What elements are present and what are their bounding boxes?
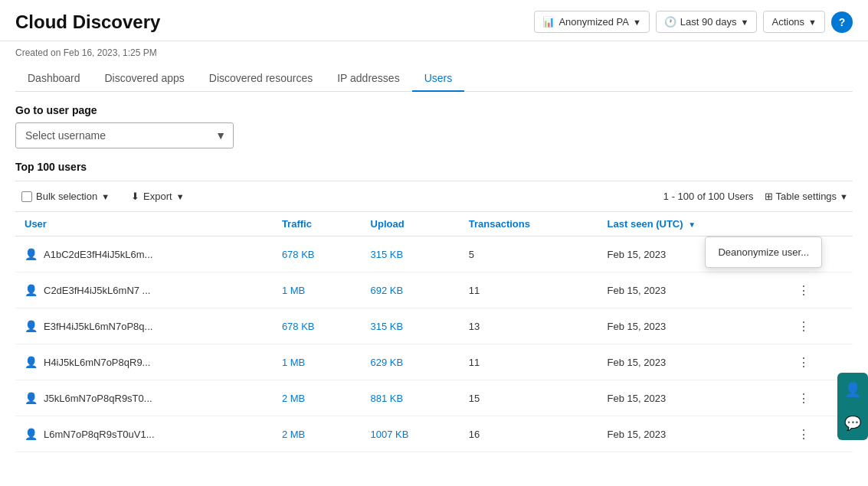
sort-desc-icon: ▼ (688, 220, 696, 229)
tab-discovered-resources[interactable]: Discovered resources (197, 66, 325, 92)
upload-cell: 315 KB (362, 308, 460, 344)
section-title: Top 100 users (15, 161, 853, 173)
side-panel: 👤 💬 (837, 373, 868, 440)
transactions-cell: 5 (460, 236, 598, 272)
upload-cell: 881 KB (362, 380, 460, 416)
last-seen-cell: Feb 15, 2023 (598, 308, 784, 344)
upload-cell: 1007 KB (362, 416, 460, 452)
transactions-cell: 15 (460, 380, 598, 416)
col-last-seen[interactable]: Last seen (UTC) ▼ (598, 212, 784, 236)
row-actions-cell: ⋮ (784, 272, 853, 308)
chevron-down-icon: ▼ (176, 192, 185, 201)
col-upload: Upload (362, 212, 460, 236)
user-name: C2dE3fH4iJ5kL6mN7 ... (44, 285, 150, 296)
last-seen-cell: Feb 15, 2023 (598, 380, 784, 416)
traffic-cell: 2 MB (273, 380, 362, 416)
chevron-down-icon: ▼ (840, 192, 848, 201)
tab-discovered-apps[interactable]: Discovered apps (93, 66, 197, 92)
more-actions-button[interactable]: ⋮ (793, 279, 814, 301)
table-header-row: User Traffic Upload Transactions Last se… (15, 212, 853, 236)
tabs: Dashboard Discovered apps Discovered res… (15, 66, 853, 92)
last-seen-cell: Feb 15, 2023 (598, 416, 784, 452)
chevron-down-icon: ▼ (741, 18, 749, 27)
traffic-cell: 1 MB (273, 272, 362, 308)
transactions-cell: 16 (460, 416, 598, 452)
deanonymize-menu-item[interactable]: Deanonymize user... (706, 240, 821, 264)
traffic-cell: 678 KB (273, 236, 362, 272)
header-controls: 📊 Anonymized PA ▼ 🕐 Last 90 days ▼ Actio… (534, 11, 853, 33)
table-settings-icon: ⊞ (765, 191, 773, 202)
col-traffic: Traffic (273, 212, 362, 236)
last-seen-cell: Feb 15, 2023 (598, 272, 784, 308)
actions-button[interactable]: Actions ▼ (763, 11, 825, 33)
created-text: Created on Feb 16, 2023, 1:25 PM (15, 47, 853, 58)
person-icon: 👤 (844, 381, 861, 398)
date-range-button[interactable]: 🕐 Last 90 days ▼ (656, 11, 758, 33)
context-menu: Deanonymize user... (705, 236, 822, 268)
chevron-down-icon: ▼ (633, 18, 641, 27)
toolbar: Bulk selection ▼ ⬇ Export ▼ 1 - 100 of 1… (15, 181, 853, 212)
toolbar-left: Bulk selection ▼ ⬇ Export ▼ (15, 188, 191, 205)
more-actions-button[interactable]: ⋮ (793, 423, 814, 445)
export-icon: ⬇ (131, 191, 139, 202)
traffic-cell: 678 KB (273, 308, 362, 344)
export-button[interactable]: ⬇ Export ▼ (125, 188, 190, 205)
go-to-user-label: Go to user page (15, 104, 853, 116)
transactions-cell: 11 (460, 344, 598, 380)
anonymized-pa-button[interactable]: 📊 Anonymized PA ▼ (534, 11, 649, 33)
pagination-text: 1 - 100 of 100 Users (663, 191, 754, 202)
users-table: User Traffic Upload Transactions Last se… (15, 212, 853, 452)
user-cell: 👤A1bC2dE3fH4iJ5kL6m... (15, 236, 273, 272)
help-button[interactable]: ? (831, 11, 853, 33)
person-panel-button[interactable]: 👤 (837, 373, 868, 406)
header: Cloud Discovery 📊 Anonymized PA ▼ 🕐 Last… (0, 0, 868, 41)
tab-users[interactable]: Users (412, 66, 465, 92)
traffic-cell: 2 MB (273, 416, 362, 452)
user-name: A1bC2dE3fH4iJ5kL6m... (44, 249, 152, 260)
user-cell: 👤J5kL6mN7oP8qR9sT0... (15, 380, 273, 416)
table-row: 👤C2dE3fH4iJ5kL6mN7 ...1 MB692 KB11Feb 15… (15, 272, 853, 308)
username-select[interactable]: Select username (15, 122, 234, 148)
user-name: H4iJ5kL6mN7oP8qR9... (44, 357, 150, 368)
more-actions-button[interactable]: ⋮ (793, 315, 814, 337)
upload-cell: 315 KB (362, 236, 460, 272)
table-row: 👤H4iJ5kL6mN7oP8qR9...1 MB629 KB11Feb 15,… (15, 344, 853, 380)
upload-cell: 629 KB (362, 344, 460, 380)
tab-ip-addresses[interactable]: IP addresses (325, 66, 411, 92)
username-select-wrapper: Select username ▼ (15, 122, 234, 148)
col-user: User (15, 212, 273, 236)
last-seen-cell: Feb 15, 2023 (598, 344, 784, 380)
user-cell: 👤C2dE3fH4iJ5kL6mN7 ... (15, 272, 273, 308)
user-cell: 👤H4iJ5kL6mN7oP8qR9... (15, 344, 273, 380)
user-icon: 👤 (25, 356, 38, 368)
chat-panel-button[interactable]: 💬 (837, 406, 868, 440)
sub-header: Created on Feb 16, 2023, 1:25 PM Dashboa… (0, 41, 868, 92)
toolbar-right: 1 - 100 of 100 Users ⊞ Table settings ▼ (663, 188, 853, 205)
user-icon: 👤 (25, 428, 38, 440)
transactions-cell: 11 (460, 272, 598, 308)
row-actions-cell: ⋮ Deanonymize user... (784, 236, 853, 272)
user-icon: 👤 (25, 320, 38, 332)
more-actions-button[interactable]: ⋮ (793, 351, 814, 373)
table-row: 👤A1bC2dE3fH4iJ5kL6m...678 KB315 KB5Feb 1… (15, 236, 853, 272)
tab-dashboard[interactable]: Dashboard (15, 66, 93, 92)
user-name: J5kL6mN7oP8qR9sT0... (44, 393, 152, 404)
table-settings-button[interactable]: ⊞ Table settings ▼ (760, 188, 853, 205)
chevron-down-icon: ▼ (808, 18, 817, 27)
clock-icon: 🕐 (664, 16, 676, 28)
col-actions-placeholder (784, 212, 853, 236)
user-icon: 👤 (25, 284, 38, 296)
report-icon: 📊 (542, 16, 555, 28)
table-row: 👤J5kL6mN7oP8qR9sT0...2 MB881 KB15Feb 15,… (15, 380, 853, 416)
user-cell: 👤L6mN7oP8qR9sT0uV1... (15, 416, 273, 452)
more-actions-button[interactable]: ⋮ (793, 387, 814, 409)
table-row: 👤E3fH4iJ5kL6mN7oP8q...678 KB315 KB13Feb … (15, 308, 853, 344)
user-icon: 👤 (25, 392, 38, 404)
chat-icon: 💬 (844, 415, 861, 432)
upload-cell: 692 KB (362, 272, 460, 308)
col-transactions: Transactions (460, 212, 598, 236)
row-actions-cell: ⋮ (784, 308, 853, 344)
user-name: L6mN7oP8qR9sT0uV1... (44, 429, 155, 440)
page-title: Cloud Discovery (15, 11, 160, 33)
bulk-selection-button[interactable]: Bulk selection ▼ (15, 188, 116, 205)
